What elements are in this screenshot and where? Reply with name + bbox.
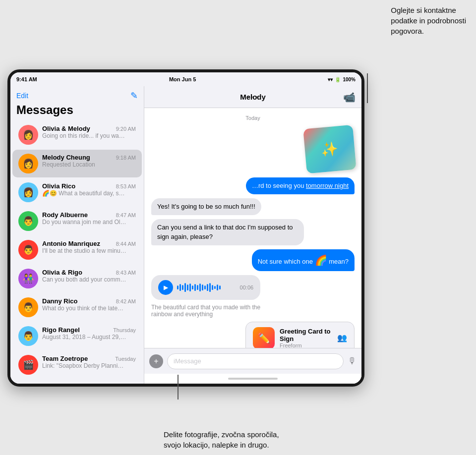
- message-list: 👩 Olivia & Melody 9:20 AM Going on this …: [10, 121, 144, 384]
- conversation-preview: Going on this ride... if you want to com…: [42, 132, 126, 139]
- conversation-content: Melody Cheung 9:18 AM Requested Location: [42, 154, 136, 168]
- conversation-avatar: 👩: [18, 154, 38, 173]
- msg-sent-notsure: Not sure which one 🌈 mean?: [252, 249, 355, 271]
- battery-percent: 100%: [343, 77, 356, 82]
- conversation-name: Olivia & Rigo: [42, 269, 82, 276]
- audio-caption: The beautiful card that you made with th…: [151, 304, 260, 318]
- conversation-time: 8:53 AM: [116, 183, 136, 189]
- microphone-button[interactable]: 🎙: [348, 356, 357, 366]
- audio-bubble[interactable]: ▶: [151, 275, 260, 300]
- sidebar-header: Edit ✎: [10, 86, 144, 103]
- conversation-preview: I'll be at the studio a few minutes earl…: [42, 247, 126, 254]
- conversation-time: 8:42 AM: [116, 298, 136, 304]
- sidebar-title: Messages: [10, 103, 144, 121]
- status-bar: 9:41 AM Mon Jun 5 ▾▾ 🔋 100%: [10, 72, 361, 86]
- edit-button[interactable]: Edit: [16, 92, 28, 100]
- conversation-item-team-zoetrope[interactable]: 🎬 Team Zoetrope Tuesday Link: "Soapbox D…: [12, 351, 142, 379]
- chat-input-bar: + iMessage 🎙: [144, 348, 361, 374]
- conversation-item-olivia-melody[interactable]: 👩 Olivia & Melody 9:20 AM Going on this …: [12, 121, 142, 149]
- msg-received-link-row: Can you send a link to that doc I'm supp…: [151, 219, 355, 245]
- conversation-avatar: 👨: [18, 240, 38, 260]
- photo-bubble[interactable]: ✨: [303, 125, 356, 173]
- conversation-time: 8:44 AM: [116, 241, 136, 247]
- ipad-device: 9:41 AM Mon Jun 5 ▾▾ 🔋 100% Edit ✎ Messa…: [7, 69, 364, 387]
- conversation-item-rody-albuerne[interactable]: 👨 Rody Albuerne 8:47 AM Do you wanna joi…: [12, 207, 142, 235]
- freeform-card-row: ✏️ Greeting Card to Sign Freeform 👥: [151, 322, 355, 348]
- photo-message-row: ✨: [151, 127, 355, 173]
- audio-message-row: ▶: [151, 275, 355, 318]
- battery-icon: 🔋: [335, 77, 341, 82]
- conversation-avatar: 👨: [18, 297, 38, 317]
- msg-received-fun-row: Yes! It's going to be so much fun!!!: [151, 198, 355, 215]
- app-body: Edit ✎ Messages 👩 Olivia & Melody 9:20 A…: [10, 86, 361, 384]
- conversation-name: Team Zoetrope: [42, 355, 88, 362]
- video-call-button[interactable]: 📹: [343, 91, 356, 103]
- conversation-item-melody-cheung[interactable]: 👩 Melody Cheung 9:18 AM Requested Locati…: [12, 150, 142, 177]
- compose-button[interactable]: ✎: [130, 90, 138, 101]
- msg-received-link: Can you send a link to that doc I'm supp…: [151, 219, 304, 245]
- audio-duration: 00:06: [240, 284, 254, 290]
- conversation-name: Danny Rico: [42, 297, 78, 305]
- chat-messages: Today ✨ …rd to seeing you tomorrow night…: [144, 108, 361, 348]
- conversation-time: 9:18 AM: [116, 155, 136, 161]
- freeform-card[interactable]: ✏️ Greeting Card to Sign Freeform 👥: [245, 322, 355, 348]
- annotation-line-top: [367, 73, 368, 103]
- conversation-preview: 🌈😊 What a beautiful day, sunshine!: [42, 190, 126, 197]
- conversation-content: Rody Albuerne 8:47 AM Do you wanna join …: [42, 211, 136, 226]
- conversation-name: Antonio Manriquez: [42, 240, 100, 247]
- input-placeholder: iMessage: [174, 357, 201, 365]
- conversation-time: 8:47 AM: [116, 212, 136, 218]
- conversation-preview: Link: "Soapbox Derby Planning Demo Board…: [42, 362, 126, 369]
- audio-play-button[interactable]: ▶: [158, 280, 173, 295]
- conversation-preview: August 31, 2018 – August 29, 2022 • 104 …: [42, 334, 126, 341]
- attach-button[interactable]: +: [149, 354, 163, 368]
- conversation-avatar: 👩: [18, 182, 38, 202]
- date-divider: Today: [151, 115, 355, 121]
- conversation-item-danny-rico[interactable]: 👨 Danny Rico 8:42 AM What do you think o…: [12, 293, 142, 321]
- conversation-time: 8:43 AM: [116, 270, 136, 276]
- conversation-name: Rody Albuerne: [42, 211, 88, 219]
- conversation-content: Olivia & Rigo 8:43 AM Can you both add y…: [42, 269, 136, 283]
- conversation-name: Rigo Rangel: [42, 326, 80, 334]
- conversation-preview: Do you wanna join me and Oli for 🍳🥓 brea…: [42, 219, 126, 226]
- freeform-title: Greeting Card to Sign: [280, 328, 332, 342]
- status-icons: ▾▾ 🔋 100%: [328, 77, 356, 82]
- ipad-screen: 9:41 AM Mon Jun 5 ▾▾ 🔋 100% Edit ✎ Messa…: [10, 72, 361, 384]
- conversation-content: Olivia Rico 8:53 AM 🌈😊 What a beautiful …: [42, 182, 136, 197]
- conversation-avatar: 👨: [18, 326, 38, 346]
- wifi-icon: ▾▾: [328, 77, 333, 82]
- conversation-item-olivia-rigo[interactable]: 👫 Olivia & Rigo 8:43 AM Can you both add…: [12, 265, 142, 292]
- chat-contact-name[interactable]: Melody: [240, 93, 266, 101]
- conversation-name: Olivia & Melody: [42, 125, 90, 132]
- messages-sidebar: Edit ✎ Messages 👩 Olivia & Melody 9:20 A…: [10, 86, 144, 384]
- annotation-bottom: Delite fotografije, zvočna sporočila, sv…: [164, 429, 466, 450]
- conversation-avatar: 👫: [18, 269, 38, 288]
- msg-sent-tomorrow: …rd to seeing you tomorrow night: [246, 177, 355, 194]
- conversation-content: Antonio Manriquez 8:44 AM I'll be at the…: [42, 240, 136, 254]
- audio-wave: [177, 283, 236, 292]
- msg-sent-tomorrow-row: …rd to seeing you tomorrow night: [151, 177, 355, 194]
- conversation-preview: Can you both add your comments, please?: [42, 276, 126, 283]
- msg-sent-notsure-row: Not sure which one 🌈 mean?: [151, 249, 355, 271]
- conversation-time: Thursday: [113, 327, 136, 333]
- conversation-item-olivia-rico[interactable]: 👩 Olivia Rico 8:53 AM 🌈😊 What a beautifu…: [12, 178, 142, 206]
- conversation-preview: Requested Location: [42, 161, 126, 168]
- chat-panel: Melody 📹 Today ✨ …rd to seeing you tomor…: [144, 86, 361, 384]
- freeform-info: Greeting Card to Sign Freeform: [280, 328, 332, 348]
- msg-received-fun: Yes! It's going to be so much fun!!!: [151, 198, 261, 215]
- freeform-icon: ✏️: [253, 327, 275, 348]
- chat-header: Melody 📹: [144, 86, 361, 108]
- conversation-content: Team Zoetrope Tuesday Link: "Soapbox Der…: [42, 355, 136, 369]
- conversation-content: Rigo Rangel Thursday August 31, 2018 – A…: [42, 326, 136, 341]
- conversation-name: Olivia Rico: [42, 182, 75, 190]
- conversation-preview: What do you think of the latest episode?: [42, 305, 126, 312]
- message-input[interactable]: iMessage: [167, 353, 344, 369]
- conversation-avatar: 🎬: [18, 355, 38, 375]
- conversation-item-antonio-manriquez[interactable]: 👨 Antonio Manriquez 8:44 AM I'll be at t…: [12, 236, 142, 264]
- conversation-avatar: 👩: [18, 125, 38, 145]
- conversation-content: Olivia & Melody 9:20 AM Going on this ri…: [42, 125, 136, 139]
- conversation-time: 9:20 AM: [116, 126, 136, 132]
- conversation-name: Melody Cheung: [42, 154, 90, 161]
- conversation-item-rigo-rangel[interactable]: 👨 Rigo Rangel Thursday August 31, 2018 –…: [12, 322, 142, 350]
- freeform-subtitle: Freeform: [280, 342, 332, 348]
